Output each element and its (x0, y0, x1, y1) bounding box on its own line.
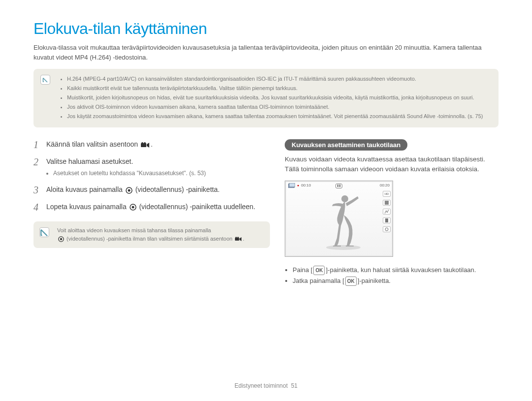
svg-point-17 (326, 245, 361, 250)
step-1: 1 Käännä tilan valitsin asentoon . (33, 139, 270, 149)
svg-point-8 (60, 238, 62, 240)
svg-point-18 (341, 195, 348, 202)
svg-point-6 (132, 206, 134, 208)
section-pill: Kuvauksen asettaminen taukotilaan (285, 139, 407, 151)
svg-point-1 (141, 142, 143, 144)
note-item: H.264 (MPEG-4 part10/AVC) on kansainväli… (67, 75, 492, 83)
step-3: 3 Aloita kuvaus painamalla (videotallenn… (33, 185, 270, 194)
page-title: Elokuva-tilan käyttäminen (33, 20, 499, 38)
sd-icon (383, 217, 391, 223)
note-item: Kaikki muistikortit eivät tue tallennust… (67, 84, 492, 93)
skater-silhouette (321, 191, 366, 250)
ok-key-icon: OK (345, 277, 357, 286)
note-icon (39, 227, 49, 237)
step-4: 4 Lopeta kuvaus painamalla (videotallenn… (33, 202, 270, 212)
step-2: 2 Valitse haluamasi asetukset. Asetukset… (33, 156, 270, 178)
svg-rect-14 (385, 201, 389, 205)
step-sub: Asetukset on lueteltu kohdassa "Kuvausas… (53, 169, 270, 178)
left-column: 1 Käännä tilan valitsin asentoon . 2 Val… (33, 139, 270, 286)
right-paragraph: Kuvaus voidaan videota kuvattaessa asett… (285, 154, 499, 175)
note-item: Muistikortit, joiden kirjoitusnopeus on … (67, 93, 492, 102)
bullet-text: ]-painiketta, kun haluat siirtää kuvauks… (326, 266, 476, 274)
movie-mode-icon (141, 142, 150, 148)
intro-paragraph: Elokuva-tilassa voit mukauttaa teräväpii… (33, 43, 499, 62)
svg-point-2 (144, 142, 146, 144)
svg-point-11 (237, 237, 239, 238)
right-column: Kuvauksen asettaminen taukotilaan Kuvaus… (285, 139, 499, 286)
movie-mode-icon (235, 237, 242, 242)
svg-rect-15 (385, 218, 388, 222)
fps-icon (383, 200, 391, 206)
record-button-icon (130, 204, 136, 211)
footer-section: Edistyneet toiminnot (234, 382, 288, 389)
note-icon (40, 75, 50, 85)
step-text: Käännä tilan valitsin asentoon (46, 140, 140, 148)
mini-note-text: Voit aloittaa videon kuvauksen missä tah… (57, 227, 211, 233)
bullet-item: Paina [OK]-painiketta, kun haluat siirtä… (293, 265, 499, 276)
lcd-preview: ● 00:10 00:20 HD (285, 181, 393, 257)
bullet-text: ]-painiketta. (358, 277, 391, 284)
note-item: Jos aktivoit OIS-toiminnon videon kuvaam… (67, 103, 492, 111)
note-item: Jos käytät zoomaustoimintoa videon kuvaa… (67, 112, 492, 121)
rec-time: 00:10 (301, 183, 311, 187)
step-text: Aloita kuvaus painamalla (46, 185, 125, 193)
gallery-icon (288, 183, 295, 188)
svg-point-10 (235, 237, 237, 238)
footer-page-number: 51 (291, 382, 298, 389)
soundalive-icon (383, 209, 391, 215)
ok-key-icon: OK (313, 266, 325, 275)
mini-note-box: Voit aloittaa videon kuvauksen missä tah… (33, 221, 270, 248)
page-footer: Edistyneet toiminnot 51 (0, 382, 532, 389)
svg-point-4 (128, 189, 130, 191)
svg-rect-19 (333, 246, 341, 247)
mini-note-text: (videotallennus) -painiketta ilman tilan… (65, 236, 234, 242)
ois-icon (383, 226, 391, 232)
total-time: 00:20 (380, 183, 390, 187)
bullet-text: Jatka painamalla [ (293, 277, 344, 284)
step-text: Lopeta kuvaus painamalla (46, 203, 129, 211)
mini-note-text: . (243, 236, 244, 242)
step-text: . (151, 140, 153, 148)
bullet-text: Paina [ (293, 266, 312, 274)
bullet-item: Jatka painamalla [OK]-painiketta. (293, 276, 499, 286)
svg-point-16 (385, 228, 388, 231)
record-button-icon (58, 236, 64, 242)
svg-rect-20 (346, 246, 354, 247)
step-text: Valitse haluamasi asetukset. (46, 157, 133, 165)
record-button-icon (126, 187, 133, 194)
step-text: (videotallennus) -painiketta uudelleen. (139, 203, 255, 211)
hd-icon: HD (383, 191, 391, 197)
rec-dot-icon: ● (297, 184, 299, 187)
note-box: H.264 (MPEG-4 part10/AVC) on kansainväli… (33, 69, 499, 127)
pause-indicator-icon (335, 184, 342, 188)
svg-rect-13 (289, 183, 295, 187)
step-text: (videotallennus) -painiketta. (135, 185, 220, 193)
